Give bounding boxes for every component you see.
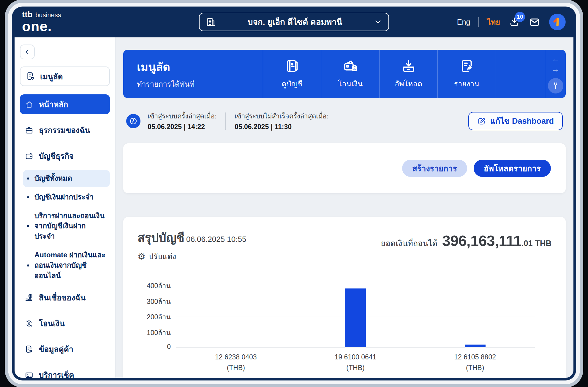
quick-action-upload[interactable]: อัพโหลด [379,50,437,98]
chart-plot: 12 6238 0403 (THB)19 6100 0641 (THB)12 6… [176,279,535,374]
quick-action-reports[interactable]: รายงาน [437,50,496,98]
chevron-down-icon [374,18,382,26]
sidebar-subitem-deposit-withdraw-service[interactable]: บริการฝากและถอนเงิน จากบัญชีเงินฝากประจำ [23,207,110,245]
sidebar-subitem-all-accounts[interactable]: บัญชีทั้งหมด [23,170,110,187]
lang-eng[interactable]: Eng [457,18,470,26]
chart-tick-label: 300ล้าน [137,296,171,307]
app-window: ttb business one. บจก. ยูเอ็ก ดีไซต์ คอม… [12,7,576,380]
building-icon [206,17,216,27]
gear-icon: ⚙ [137,252,146,261]
customize-label: ปรับแต่ง [148,250,176,262]
sidebar-item-label: บริการเช็ค [39,369,74,378]
quick-action-label: ดูบัญชี [282,78,302,90]
sidebar-shortcut-menu[interactable]: เมนูลัด [20,66,110,86]
report-export-icon [459,58,475,74]
bullet-icon [27,225,29,227]
quick-action-view-accounts[interactable]: ดูบัญชี [263,50,321,98]
customize-button[interactable]: ⚙ ปรับแต่ง [137,250,246,262]
bullet-icon [27,196,29,198]
quick-menu-rail: ← → [545,50,566,98]
chart-tick-label: 0 [137,343,171,351]
passbook-icon [284,58,300,74]
last-failed-login-block: เข้าสู่ระบบไม่สำเร็จครั้งล่าสุดเมื่อ: 05… [235,111,328,131]
chart-bar[interactable] [465,345,486,347]
quick-action-label: โอนเงิน [338,78,363,90]
withdrawable-total: ยอดเงินที่ถอนได้ 396,163,111 .01 THB [381,228,551,250]
sidebar-item-cheque-service[interactable]: บริการเช็ค [20,365,110,378]
withdrawable-total-label: ยอดเงินที่ถอนได้ [381,237,437,250]
create-transaction-button[interactable]: สร้างรายการ [402,160,467,177]
downloads-badge: 10 [515,12,525,22]
chart-tick-label: 400ล้าน [137,280,171,291]
main-content: เมนูลัด ทำรายการได้ทันที ดูบัญชี [116,37,573,378]
sidebar-item-label: ข้อมูลคู่ค้า [39,343,73,355]
sidebar-item-label: บัญชีธุรกิจ [39,150,74,162]
sidebar-subitem-label: บัญชีทั้งหมด [34,173,72,184]
sidebar-item-home[interactable]: หน้าหลัก [20,94,110,114]
chart-category-label: 12 6105 8802 (THB) [437,352,514,373]
company-selector-value: บจก. ยูเอ็ก ดีไซต์ คอมพานี [216,15,374,28]
carousel-prev-icon[interactable]: ← [552,54,559,64]
quick-menu-title-block: เมนูลัด ทำรายการได้ทันที [123,50,263,98]
summary-timestamp: 06.06.2025 10:55 [186,235,246,244]
loan-coin-hand-icon [25,293,34,302]
brand-logo: ttb business one. [22,11,61,33]
lang-thai[interactable]: ไทย [487,16,500,28]
sidebar-item-my-transactions[interactable]: ธุรกรรมของฉัน [20,120,110,140]
brand-one: one. [22,19,61,33]
transfer-arrows-icon [25,319,34,328]
quick-action-label: อัพโหลด [395,78,422,90]
summary-title: สรุปบัญชี [137,228,184,247]
carousel-next-icon[interactable]: → [552,65,559,74]
sidebar-shortcut-label: เมนูลัด [40,70,63,83]
company-selector[interactable]: บจก. ยูเอ็ก ดีไซต์ คอมพานี [199,13,389,31]
upload-tray-icon [401,58,417,74]
sidebar-subitem-automate-online[interactable]: Automate ฝากเงินและ ถอนเงินจากบัญชี ออนไ… [23,247,110,284]
bullet-icon [27,264,29,267]
doc-heart-icon [26,72,35,81]
login-divider [225,112,226,130]
sidebar-item-my-loans[interactable]: สินเชื่อของฉัน [20,288,110,307]
profile-avatar[interactable] [549,13,566,31]
sidebar: เมนูลัด หน้าหลัก ธุรกร [15,37,116,378]
chart-category-label: 12 6238 0403 (THB) [197,352,274,373]
chart-category-label: 19 6100 0641 (THB) [317,352,394,373]
withdrawable-total-currency: THB [535,239,552,248]
wallet-icon [25,152,34,161]
sidebar-collapse-button[interactable] [20,45,35,59]
transactions-actions-card: สร้างรายการ อัพโหลดรายการ [123,143,566,193]
sidebar-item-business-accounts[interactable]: บัญชีธุรกิจ [20,146,110,166]
header-divider [478,17,479,27]
sidebar-item-transfer[interactable]: โอนเงิน [20,313,110,333]
chart-tick-label: 200ล้าน [137,312,171,322]
chart-tick-label: 100ล้าน [137,327,171,338]
quick-menu-subtitle: ทำรายการได้ทันที [137,78,263,90]
sidebar-subitem-label: บัญชีเงินฝากประจำ [34,192,94,202]
sidebar-subitem-fixed-deposit[interactable]: บัญชีเงินฝากประจำ [23,189,110,206]
withdrawable-total-fraction: .01 [521,239,533,248]
upload-transaction-button[interactable]: อัพโหลดรายการ [474,160,551,177]
account-chart: 400ล้าน300ล้าน200ล้าน100ล้าน012 6238 040… [137,279,551,374]
sidebar-item-partner-data[interactable]: ข้อมูลคู่ค้า [20,339,110,359]
account-summary-card: สรุปบัญชี 06.06.2025 10:55 ⚙ ปรับแต่ง ยอ… [123,217,566,378]
mail-icon[interactable] [529,16,540,28]
customize-wrench-button[interactable] [548,78,563,93]
summary-title-block: สรุปบัญชี 06.06.2025 10:55 ⚙ ปรับแต่ง [137,228,246,262]
last-failed-login-value: 05.06.2025 | 11:30 [235,123,328,131]
cheque-card-icon [25,371,34,378]
quick-menu-bar: เมนูลัด ทำรายการได้ทันที ดูบัญชี [123,50,566,98]
chart-bar[interactable] [345,288,366,347]
sidebar-subitem-label: Automate ฝากเงินและ ถอนเงินจากบัญชี ออนไ… [34,250,106,281]
last-login-label: เข้าสู่ระบบครั้งล่าสุดเมื่อ: [148,111,216,121]
wallet-coins-icon [342,58,358,74]
app-header: ttb business one. บจก. ยูเอ็ก ดีไซต์ คอม… [12,7,576,37]
sidebar-subitem-label: บริการฝากและถอนเงิน จากบัญชีเงินฝากประจำ [34,211,106,242]
sidebar-item-label: ธุรกรรมของฉัน [39,124,90,136]
quick-menu-title: เมนูลัด [137,58,263,76]
quick-action-transfer[interactable]: โอนเงิน [321,50,379,98]
brand-ttb: ttb [22,11,33,19]
quick-menu-empty-slot [496,50,545,98]
downloads-button[interactable]: 10 [508,16,520,28]
sidebar-item-label: สินเชื่อของฉัน [39,291,86,304]
edit-dashboard-button[interactable]: แก้ไข Dashboard [468,112,563,130]
